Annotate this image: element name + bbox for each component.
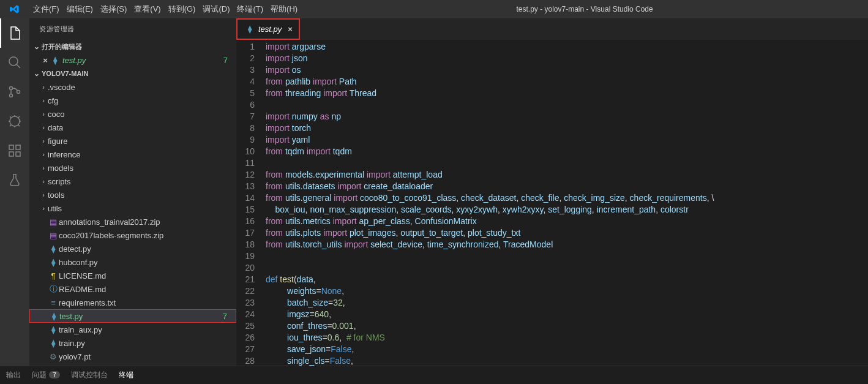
folder-item[interactable]: ›scripts — [29, 175, 236, 188]
svg-rect-6 — [9, 152, 13, 156]
item-label: scripts — [48, 177, 236, 186]
item-label: utils — [48, 204, 236, 213]
open-editor-item[interactable]: × ⧫ test.py 7 — [29, 53, 236, 67]
svg-rect-7 — [16, 152, 20, 156]
explorer-icon[interactable] — [0, 18, 29, 48]
code-area[interactable]: 1234567891011121314151617181920212223242… — [236, 40, 868, 366]
folder-item[interactable]: ›cfg — [29, 94, 236, 107]
file-item[interactable]: ≡requirements.txt — [29, 296, 236, 309]
panel-tab[interactable]: 输出 — [6, 370, 21, 380]
bottom-panel: 输出问题7调试控制台终端 — [0, 366, 868, 384]
item-label: hubconf.py — [59, 258, 236, 267]
panel-tab[interactable]: 问题7 — [32, 370, 60, 380]
folder-item[interactable]: ›coco — [29, 107, 236, 121]
problems-count: 7 — [49, 371, 60, 378]
item-label: figure — [48, 137, 236, 146]
problems-badge: 7 — [223, 56, 228, 65]
file-item[interactable]: ⧫train.py — [29, 336, 236, 350]
chevron-right-icon: › — [39, 124, 48, 131]
menu-item[interactable]: 查看(V) — [130, 4, 164, 15]
menu-item[interactable]: 终端(T) — [233, 4, 267, 15]
item-label: cfg — [48, 96, 236, 105]
chevron-right-icon: › — [39, 164, 48, 171]
folder-item[interactable]: ›figure — [29, 134, 236, 148]
activitybar — [0, 18, 29, 366]
md-file-icon: ⓘ — [48, 284, 59, 295]
tab-test-py[interactable]: ⧫ test.py × — [236, 18, 300, 40]
svg-point-4 — [10, 116, 20, 126]
file-item[interactable]: ⓘREADME.md — [29, 282, 236, 296]
zip-file-icon: ▤ — [48, 217, 59, 227]
close-icon[interactable]: × — [288, 24, 293, 34]
item-label: detect.py — [59, 244, 236, 254]
zip-file-icon: ▤ — [48, 231, 59, 240]
item-label: test.py — [59, 312, 223, 321]
menu-item[interactable]: 转到(G) — [165, 4, 200, 15]
testing-icon[interactable] — [0, 165, 29, 195]
project-header[interactable]: ⌄ YOLOV7-MAIN — [29, 67, 236, 80]
file-item[interactable]: ⧫test.py7 — [29, 309, 236, 323]
chevron-right-icon: › — [39, 205, 48, 212]
py-file-icon: ⧫ — [48, 325, 59, 334]
py-file-icon: ⧫ — [48, 258, 59, 267]
close-icon[interactable]: × — [40, 56, 50, 65]
menu-item[interactable]: 调试(D) — [199, 4, 233, 15]
file-item[interactable]: ⚙yolov7.pt — [29, 350, 236, 363]
menu-item[interactable]: 文件(F) — [29, 4, 63, 15]
chevron-down-icon: ⌄ — [32, 42, 42, 51]
folder-item[interactable]: ›data — [29, 121, 236, 134]
folder-item[interactable]: ›tools — [29, 188, 236, 201]
editor-tabs: ⧫ test.py × — [236, 18, 868, 40]
titlebar: 文件(F)编辑(E)选择(S)查看(V)转到(G)调试(D)终端(T)帮助(H)… — [0, 0, 868, 18]
source-control-icon[interactable] — [0, 77, 29, 107]
open-file-name: test.py — [62, 56, 223, 65]
file-item[interactable]: ⧫train_aux.py — [29, 323, 236, 336]
folder-item[interactable]: ›.vscode — [29, 80, 236, 94]
file-item[interactable]: ▤coco2017labels-segments.zip — [29, 228, 236, 242]
folder-item[interactable]: ›models — [29, 161, 236, 175]
item-label: LICENSE.md — [59, 271, 236, 280]
python-file-icon: ⧫ — [245, 24, 255, 34]
file-item[interactable]: ⧫hubconf.py — [29, 255, 236, 269]
item-label: coco — [48, 110, 236, 119]
item-label: tools — [48, 190, 236, 200]
debug-icon[interactable] — [0, 107, 29, 136]
chevron-right-icon: › — [39, 151, 48, 158]
sidebar: 资源管理器 ⌄ 打开的编辑器 × ⧫ test.py 7 ⌄ YOLOV7-MA… — [29, 18, 236, 366]
extensions-icon[interactable] — [0, 136, 29, 165]
panel-tab[interactable]: 终端 — [119, 370, 133, 380]
item-label: requirements.txt — [59, 298, 236, 307]
open-editors-header[interactable]: ⌄ 打开的编辑器 — [29, 40, 236, 53]
menu-item[interactable]: 选择(S) — [97, 4, 130, 15]
editor: ⧫ test.py × 1234567891011121314151617181… — [236, 18, 868, 366]
menu-item[interactable]: 帮助(H) — [267, 4, 301, 15]
search-icon[interactable] — [0, 48, 29, 77]
file-item[interactable]: ¶LICENSE.md — [29, 269, 236, 282]
menu-item[interactable]: 编辑(E) — [63, 4, 97, 15]
item-label: README.md — [59, 285, 236, 294]
folder-item[interactable]: ›inference — [29, 148, 236, 161]
item-label: yolov7.pt — [59, 352, 236, 361]
line-numbers: 1234567891011121314151617181920212223242… — [236, 40, 266, 366]
item-label: data — [48, 123, 236, 132]
item-label: models — [48, 164, 236, 173]
chevron-right-icon: › — [39, 191, 48, 198]
svg-point-3 — [17, 91, 20, 94]
chevron-right-icon: › — [39, 83, 48, 91]
open-editors-label: 打开的编辑器 — [42, 42, 82, 51]
svg-point-2 — [10, 94, 13, 97]
folder-item[interactable]: ›utils — [29, 201, 236, 215]
tab-label: test.py — [258, 24, 282, 34]
file-item[interactable]: ▤annotations_trainval2017.zip — [29, 215, 236, 228]
lic-file-icon: ¶ — [48, 271, 59, 280]
problems-badge: 7 — [223, 312, 227, 321]
svg-point-1 — [10, 87, 13, 90]
svg-rect-8 — [16, 145, 20, 149]
item-label: .vscode — [48, 83, 236, 92]
code-content[interactable]: import argparseimport jsonimport osfrom … — [266, 40, 868, 366]
file-item[interactable]: ⧫detect.py — [29, 242, 236, 255]
panel-tab[interactable]: 调试控制台 — [71, 370, 108, 380]
py-file-icon: ⧫ — [48, 244, 59, 254]
file-tree: ›.vscode›cfg›coco›data›figure›inference›… — [29, 80, 236, 366]
svg-rect-5 — [9, 145, 13, 149]
